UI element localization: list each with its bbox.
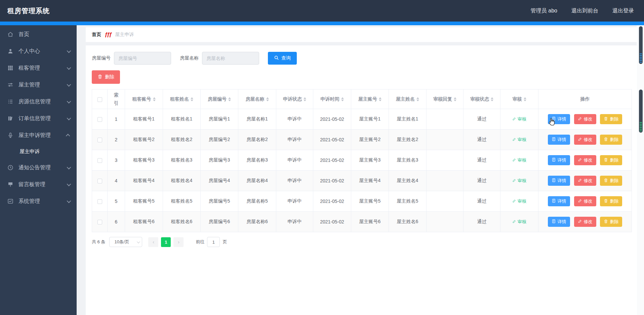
breadcrumb-home[interactable]: 首页 bbox=[92, 32, 101, 38]
scrollbar-thumb[interactable] bbox=[639, 26, 643, 64]
logout-link[interactable]: 退出登录 bbox=[612, 7, 634, 14]
delete-button[interactable]: 删除 bbox=[600, 114, 622, 124]
sort-caret-icon[interactable] bbox=[491, 97, 493, 101]
sort-caret-icon[interactable] bbox=[153, 97, 156, 101]
sort-caret-icon[interactable] bbox=[304, 97, 306, 101]
goto-page-input[interactable] bbox=[207, 237, 220, 247]
column-header[interactable]: 屋主账号 bbox=[358, 96, 377, 102]
cell-appeal-status: 申诉中 bbox=[276, 130, 313, 150]
breadcrumb-separator-icon: ƒƒƒ bbox=[105, 31, 111, 38]
sidebar-item-9[interactable]: 留言板管理 bbox=[0, 176, 77, 193]
column-header[interactable]: 申诉时间 bbox=[321, 96, 339, 102]
trash-icon bbox=[604, 137, 608, 142]
row-checkbox[interactable] bbox=[97, 158, 102, 163]
pencil-icon bbox=[578, 158, 582, 163]
column-header[interactable]: 租客姓名 bbox=[170, 96, 189, 102]
sidebar-item-0[interactable]: 首页 bbox=[0, 26, 77, 43]
detail-button[interactable]: 详情 bbox=[548, 155, 570, 165]
cell-tenant-name: 租客姓名3 bbox=[163, 150, 201, 171]
column-header[interactable]: 房屋编号 bbox=[208, 96, 227, 102]
cell-tenant-name: 租客姓名5 bbox=[163, 191, 201, 212]
column-header[interactable]: 房屋名称 bbox=[246, 96, 265, 102]
column-header[interactable]: 租客账号 bbox=[132, 96, 151, 102]
cell-review-status: 通过 bbox=[464, 150, 500, 171]
navbar-right: 管理员 abo 退出到前台 退出登录 bbox=[531, 7, 634, 14]
house-code-input[interactable] bbox=[114, 52, 171, 65]
next-page-button[interactable]: › bbox=[173, 237, 184, 247]
column-header[interactable]: 审核 bbox=[513, 96, 522, 102]
delete-button[interactable]: 删除 bbox=[600, 196, 622, 206]
query-button[interactable]: 查询 bbox=[268, 52, 297, 65]
edit-button[interactable]: 修改 bbox=[574, 217, 596, 227]
row-checkbox[interactable] bbox=[97, 179, 102, 183]
chevron-down-icon bbox=[67, 116, 71, 120]
cell-review-status: 通过 bbox=[464, 191, 500, 212]
edit-button[interactable]: 修改 bbox=[574, 176, 596, 186]
page-number-button[interactable]: 1 bbox=[161, 237, 171, 247]
house-name-input[interactable] bbox=[202, 52, 259, 65]
bulk-delete-button[interactable]: 删除 bbox=[92, 70, 120, 84]
sidebar-item-8[interactable]: 通知公告管理 bbox=[0, 159, 77, 176]
row-checkbox[interactable] bbox=[97, 199, 102, 204]
sort-caret-icon[interactable] bbox=[416, 97, 419, 101]
cell-tenant-name: 租客姓名1 bbox=[163, 109, 201, 130]
delete-button[interactable]: 删除 bbox=[600, 217, 622, 227]
sidebar-item-10[interactable]: 系统管理 bbox=[0, 193, 77, 210]
pencil-icon bbox=[578, 219, 582, 224]
cell-review-status: 通过 bbox=[464, 109, 500, 130]
document-icon bbox=[552, 199, 556, 204]
column-header[interactable]: 申诉状态 bbox=[283, 96, 302, 102]
sort-caret-icon[interactable] bbox=[341, 97, 344, 101]
review-link[interactable]: 审核 bbox=[512, 198, 526, 204]
cell-review-reply bbox=[427, 150, 464, 171]
sort-caret-icon[interactable] bbox=[454, 97, 456, 101]
delete-button[interactable]: 删除 bbox=[600, 155, 622, 165]
search-icon bbox=[274, 55, 279, 61]
column-header[interactable]: 审核状态 bbox=[470, 96, 489, 102]
sort-caret-icon[interactable] bbox=[228, 97, 231, 101]
cell-house-name: 房屋名称2 bbox=[238, 130, 276, 150]
edit-button[interactable]: 修改 bbox=[574, 155, 596, 165]
select-all-checkbox[interactable] bbox=[97, 97, 102, 102]
breadcrumb: 首页 ƒƒƒ 屋主申诉 bbox=[86, 27, 637, 42]
sort-caret-icon[interactable] bbox=[379, 97, 381, 101]
sort-caret-icon[interactable] bbox=[266, 97, 269, 101]
row-checkbox[interactable] bbox=[97, 220, 102, 224]
cell-appeal-time: 2021-05-02 bbox=[313, 130, 351, 150]
edit-button[interactable]: 修改 bbox=[574, 135, 596, 145]
sidebar-item-4[interactable]: 房源信息管理 bbox=[0, 93, 77, 110]
detail-button[interactable]: 详情 bbox=[548, 114, 570, 124]
cell-review-reply bbox=[427, 130, 464, 150]
sidebar-item-3[interactable]: 屋主管理 bbox=[0, 76, 77, 93]
column-header[interactable]: 屋主姓名 bbox=[396, 96, 415, 102]
review-link[interactable]: 审核 bbox=[512, 137, 526, 143]
detail-button[interactable]: 详情 bbox=[548, 176, 570, 186]
review-link[interactable]: 审核 bbox=[512, 157, 526, 163]
edit-button[interactable]: 修改 bbox=[574, 196, 596, 206]
detail-button[interactable]: 详情 bbox=[548, 217, 570, 227]
row-checkbox[interactable] bbox=[97, 138, 102, 142]
edit-button[interactable]: 修改 bbox=[574, 114, 596, 124]
delete-button[interactable]: 删除 bbox=[600, 176, 622, 186]
review-link[interactable]: 审核 bbox=[512, 178, 526, 184]
prev-page-button[interactable]: ‹ bbox=[148, 237, 158, 247]
review-link[interactable]: 审核 bbox=[512, 219, 526, 225]
sidebar-subitem-7[interactable]: 屋主申诉 bbox=[0, 144, 77, 159]
sidebar-item-1[interactable]: 个人中心 bbox=[0, 43, 77, 60]
detail-button[interactable]: 详情 bbox=[548, 135, 570, 145]
sidebar-item-2[interactable]: 租客管理 bbox=[0, 60, 77, 76]
exit-to-front-link[interactable]: 退出到前台 bbox=[571, 7, 598, 14]
review-link[interactable]: 审核 bbox=[512, 116, 526, 122]
sidebar-item-5[interactable]: 订单信息管理 bbox=[0, 110, 77, 127]
delete-button[interactable]: 删除 bbox=[600, 135, 622, 145]
current-user[interactable]: 管理员 abo bbox=[531, 7, 557, 14]
sort-caret-icon[interactable] bbox=[191, 97, 193, 101]
sidebar-item-6[interactable]: 屋主申诉管理 bbox=[0, 127, 77, 144]
column-header[interactable]: 审核回复 bbox=[433, 96, 452, 102]
sort-caret-icon[interactable] bbox=[524, 97, 526, 101]
cell-tenant-name: 租客姓名4 bbox=[163, 171, 201, 191]
page-size-select[interactable]: 10条/页 bbox=[109, 237, 142, 247]
row-checkbox[interactable] bbox=[97, 117, 102, 122]
detail-button[interactable]: 详情 bbox=[548, 196, 570, 206]
scrollbar-thumb[interactable] bbox=[639, 90, 643, 133]
